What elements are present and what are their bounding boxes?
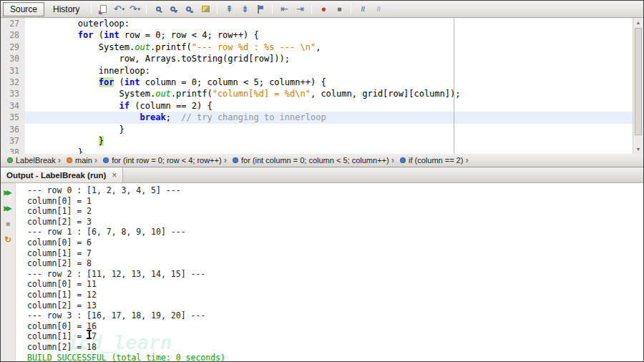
chevron-right-icon: › xyxy=(391,155,394,165)
stop-build-button[interactable]: ■ xyxy=(2,217,14,230)
code-line[interactable]: 31 innerloop: xyxy=(1,65,633,77)
output-line: column[0] = 16 xyxy=(27,321,643,332)
find-selection-button[interactable] xyxy=(151,2,165,16)
forward-button[interactable]: ↷▾ xyxy=(127,2,142,16)
line-number: 34 xyxy=(1,100,25,112)
line-number: 30 xyxy=(1,53,25,64)
output-line: column[0] = 6 xyxy=(27,238,643,248)
output-console[interactable]: --- row 0 : [1, 2, 3, 4, 5] ---column[0]… xyxy=(16,183,643,361)
uncomment-button[interactable]: // xyxy=(371,2,386,16)
line-number: 27 xyxy=(1,18,25,29)
next-bookmark-button[interactable]: ⇟ xyxy=(238,2,252,16)
breadcrumb-label: for (int column = 0; column < 5; column+… xyxy=(241,156,389,165)
breadcrumb-label: LabelBreak xyxy=(16,156,56,165)
code-line[interactable]: 29 System.out.printf("--- row %d : %s --… xyxy=(1,41,633,53)
toolbar-separator xyxy=(217,4,218,14)
shift-line-right-button[interactable]: ⇥ xyxy=(293,2,307,16)
output-line: --- row 0 : [1, 2, 3, 4, 5] --- xyxy=(27,185,643,196)
line-number: 29 xyxy=(1,41,25,53)
code-lines: 27 outerloop:28 for (int row = 0; row < … xyxy=(1,18,633,154)
bookmark-up-icon: ⇞ xyxy=(225,4,233,14)
editor-vertical-scrollbar[interactable]: ▲ ▼ xyxy=(633,18,643,154)
toggle-bookmark-button[interactable] xyxy=(253,2,268,16)
scroll-up-icon[interactable]: ▲ xyxy=(633,18,643,27)
code-line[interactable]: 32 for (int column = 0; column < 5; colu… xyxy=(1,77,633,88)
code-line[interactable]: 30 row, Arrays.toString(grid[row])); xyxy=(1,53,633,64)
breadcrumb-label: if (column == 2) xyxy=(409,156,463,165)
code-line[interactable]: 37 } xyxy=(1,135,633,147)
output-line: column[1] = 12 xyxy=(27,290,643,300)
output-line: column[2] = 18 xyxy=(27,342,643,353)
scroll-down-icon[interactable]: ▼ xyxy=(633,145,643,154)
arrow-up-icon: ▴ xyxy=(190,8,193,14)
right-margin-guide xyxy=(454,18,454,154)
output-panel: ▶▶ ▶▶ ■ ↻ --- row 0 : [1, 2, 3, 4, 5] --… xyxy=(1,183,643,361)
code-line[interactable]: 27 outerloop: xyxy=(1,18,633,29)
close-icon[interactable]: × xyxy=(112,170,117,180)
code-line[interactable]: 35 break; // try changing to innerloop xyxy=(1,112,633,123)
code-line[interactable]: 28 for (int row = 0; row < 4; row++) { xyxy=(1,29,633,41)
comment-icon: // xyxy=(361,6,365,13)
output-line: column[1] = 2 xyxy=(27,206,643,217)
refresh-icon: ↻ xyxy=(4,235,11,245)
loop-icon xyxy=(103,157,109,163)
line-number: 33 xyxy=(1,88,25,99)
tab-history[interactable]: History xyxy=(46,2,87,16)
rerun-with-options-button[interactable]: ▶▶ xyxy=(2,202,14,214)
toolbar-separator xyxy=(146,4,147,14)
output-line: BUILD SUCCESSFUL (total time: 0 seconds) xyxy=(27,353,643,362)
output-line: --- row 2 : [11, 12, 13, 14, 15] --- xyxy=(27,269,643,280)
breadcrumb-item[interactable]: for (int row = 0; row < 4; row++) xyxy=(99,156,221,165)
breadcrumb: LabelBreak›main›for (int row = 0; row < … xyxy=(1,154,643,167)
breadcrumb-label: main xyxy=(75,156,92,165)
rerun-icon: ▶▶ xyxy=(4,205,12,212)
chevron-down-icon: ▾ xyxy=(138,6,141,12)
shift-line-left-button[interactable]: ⇤ xyxy=(277,2,291,16)
tab-source[interactable]: Source xyxy=(3,2,44,16)
output-tab-title: Output - LabelBreak (run) xyxy=(6,171,106,180)
output-line: column[0] = 1 xyxy=(27,196,643,207)
start-macro-recording-button[interactable]: ● xyxy=(316,2,331,16)
forward-arrow-icon: ↷ xyxy=(130,4,137,14)
method-icon xyxy=(67,157,72,163)
stop-icon: ■ xyxy=(6,220,10,228)
code-editor[interactable]: 27 outerloop:28 for (int row = 0; row < … xyxy=(1,18,643,154)
code-line[interactable]: 33 System.out.printf("column[%d] = %d\n"… xyxy=(1,88,633,99)
rerun-icon: ▶▶ xyxy=(4,189,12,196)
output-line: column[1] = 17 xyxy=(27,331,643,342)
line-number: 36 xyxy=(1,124,25,135)
find-next-button[interactable]: ▾ xyxy=(167,2,181,16)
find-previous-button[interactable]: ▴ xyxy=(182,2,197,16)
editor-toolbar: Source History ↶▾ ↷▾ ▾ ▴ ⇞ ⇟ ⇤ ⇥ ● ■ // … xyxy=(1,1,643,18)
breadcrumb-item[interactable]: for (int column = 0; column < 5; column+… xyxy=(229,156,389,165)
breadcrumb-item[interactable]: if (column == 2) xyxy=(396,156,463,165)
breadcrumb-items: LabelBreak›main›for (int row = 0; row < … xyxy=(4,155,471,166)
output-tab[interactable]: Output - LabelBreak (run) × xyxy=(1,167,123,182)
uncomment-icon: // xyxy=(377,6,381,13)
breadcrumb-item[interactable]: main xyxy=(63,156,92,165)
output-line: column[2] = 13 xyxy=(27,300,643,311)
rerun-button[interactable]: ▶▶ xyxy=(2,186,14,198)
code-line[interactable]: 38 } xyxy=(1,147,633,154)
toggle-highlight-button[interactable] xyxy=(198,2,213,16)
if-icon xyxy=(400,157,406,163)
ant-rerun-button[interactable]: ↻ xyxy=(2,233,14,245)
line-number: 37 xyxy=(1,135,25,147)
toolbar-separator xyxy=(272,4,273,14)
code-line[interactable]: 36 } xyxy=(1,124,633,135)
output-line: column[0] = 11 xyxy=(27,279,643,290)
breadcrumb-item[interactable]: LabelBreak xyxy=(4,156,56,165)
scrollbar-thumb[interactable] xyxy=(635,28,642,135)
highlighter-icon xyxy=(202,6,210,12)
last-edit-position-button[interactable] xyxy=(96,2,110,16)
stop-macro-recording-button[interactable]: ■ xyxy=(332,2,346,16)
output-toolbar: ▶▶ ▶▶ ■ ↻ xyxy=(1,183,16,361)
previous-bookmark-button[interactable]: ⇞ xyxy=(222,2,236,16)
code-line[interactable]: 34 if (column == 2) { xyxy=(1,100,633,112)
comment-button[interactable]: // xyxy=(356,2,370,16)
output-line: column[2] = 8 xyxy=(27,258,643,269)
line-number: 28 xyxy=(1,29,25,41)
chevron-right-icon: › xyxy=(58,155,61,165)
toolbar-separator xyxy=(351,4,351,14)
back-button[interactable]: ↶▾ xyxy=(112,2,126,16)
